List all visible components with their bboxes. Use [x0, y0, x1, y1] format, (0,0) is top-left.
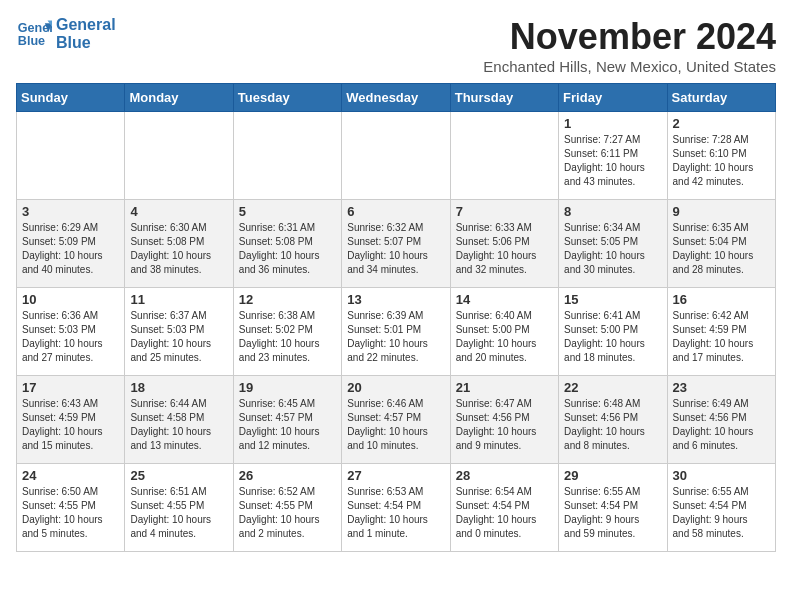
day-number: 25 — [130, 468, 227, 483]
day-cell: 12Sunrise: 6:38 AM Sunset: 5:02 PM Dayli… — [233, 288, 341, 376]
week-row-3: 17Sunrise: 6:43 AM Sunset: 4:59 PM Dayli… — [17, 376, 776, 464]
header-cell-tuesday: Tuesday — [233, 84, 341, 112]
day-cell — [17, 112, 125, 200]
day-cell: 3Sunrise: 6:29 AM Sunset: 5:09 PM Daylig… — [17, 200, 125, 288]
day-cell: 7Sunrise: 6:33 AM Sunset: 5:06 PM Daylig… — [450, 200, 558, 288]
day-cell: 17Sunrise: 6:43 AM Sunset: 4:59 PM Dayli… — [17, 376, 125, 464]
day-number: 1 — [564, 116, 661, 131]
logo-icon: General Blue — [16, 16, 52, 52]
day-info: Sunrise: 6:53 AM Sunset: 4:54 PM Dayligh… — [347, 485, 444, 541]
day-cell: 23Sunrise: 6:49 AM Sunset: 4:56 PM Dayli… — [667, 376, 775, 464]
day-info: Sunrise: 6:42 AM Sunset: 4:59 PM Dayligh… — [673, 309, 770, 365]
day-info: Sunrise: 6:30 AM Sunset: 5:08 PM Dayligh… — [130, 221, 227, 277]
day-cell: 15Sunrise: 6:41 AM Sunset: 5:00 PM Dayli… — [559, 288, 667, 376]
day-info: Sunrise: 6:38 AM Sunset: 5:02 PM Dayligh… — [239, 309, 336, 365]
day-number: 6 — [347, 204, 444, 219]
title-area: November 2024 Enchanted Hills, New Mexic… — [483, 16, 776, 75]
day-info: Sunrise: 6:52 AM Sunset: 4:55 PM Dayligh… — [239, 485, 336, 541]
logo-line2: Blue — [56, 34, 116, 52]
day-cell: 6Sunrise: 6:32 AM Sunset: 5:07 PM Daylig… — [342, 200, 450, 288]
day-number: 13 — [347, 292, 444, 307]
day-info: Sunrise: 6:47 AM Sunset: 4:56 PM Dayligh… — [456, 397, 553, 453]
calendar-body: 1Sunrise: 7:27 AM Sunset: 6:11 PM Daylig… — [17, 112, 776, 552]
day-info: Sunrise: 6:31 AM Sunset: 5:08 PM Dayligh… — [239, 221, 336, 277]
day-info: Sunrise: 6:34 AM Sunset: 5:05 PM Dayligh… — [564, 221, 661, 277]
day-number: 17 — [22, 380, 119, 395]
day-info: Sunrise: 6:35 AM Sunset: 5:04 PM Dayligh… — [673, 221, 770, 277]
day-info: Sunrise: 6:44 AM Sunset: 4:58 PM Dayligh… — [130, 397, 227, 453]
day-cell: 14Sunrise: 6:40 AM Sunset: 5:00 PM Dayli… — [450, 288, 558, 376]
day-number: 3 — [22, 204, 119, 219]
day-info: Sunrise: 6:55 AM Sunset: 4:54 PM Dayligh… — [673, 485, 770, 541]
day-cell — [233, 112, 341, 200]
day-info: Sunrise: 6:32 AM Sunset: 5:07 PM Dayligh… — [347, 221, 444, 277]
day-info: Sunrise: 6:45 AM Sunset: 4:57 PM Dayligh… — [239, 397, 336, 453]
day-cell: 11Sunrise: 6:37 AM Sunset: 5:03 PM Dayli… — [125, 288, 233, 376]
logo-line1: General — [56, 16, 116, 34]
day-info: Sunrise: 6:54 AM Sunset: 4:54 PM Dayligh… — [456, 485, 553, 541]
header-cell-sunday: Sunday — [17, 84, 125, 112]
day-info: Sunrise: 6:33 AM Sunset: 5:06 PM Dayligh… — [456, 221, 553, 277]
day-number: 30 — [673, 468, 770, 483]
day-number: 11 — [130, 292, 227, 307]
day-cell: 25Sunrise: 6:51 AM Sunset: 4:55 PM Dayli… — [125, 464, 233, 552]
day-info: Sunrise: 6:37 AM Sunset: 5:03 PM Dayligh… — [130, 309, 227, 365]
day-info: Sunrise: 7:27 AM Sunset: 6:11 PM Dayligh… — [564, 133, 661, 189]
week-row-2: 10Sunrise: 6:36 AM Sunset: 5:03 PM Dayli… — [17, 288, 776, 376]
day-cell: 19Sunrise: 6:45 AM Sunset: 4:57 PM Dayli… — [233, 376, 341, 464]
day-cell: 9Sunrise: 6:35 AM Sunset: 5:04 PM Daylig… — [667, 200, 775, 288]
day-info: Sunrise: 6:46 AM Sunset: 4:57 PM Dayligh… — [347, 397, 444, 453]
day-info: Sunrise: 6:36 AM Sunset: 5:03 PM Dayligh… — [22, 309, 119, 365]
header-cell-saturday: Saturday — [667, 84, 775, 112]
week-row-0: 1Sunrise: 7:27 AM Sunset: 6:11 PM Daylig… — [17, 112, 776, 200]
day-number: 2 — [673, 116, 770, 131]
day-cell: 20Sunrise: 6:46 AM Sunset: 4:57 PM Dayli… — [342, 376, 450, 464]
month-title: November 2024 — [483, 16, 776, 58]
day-info: Sunrise: 6:51 AM Sunset: 4:55 PM Dayligh… — [130, 485, 227, 541]
week-row-1: 3Sunrise: 6:29 AM Sunset: 5:09 PM Daylig… — [17, 200, 776, 288]
day-cell: 27Sunrise: 6:53 AM Sunset: 4:54 PM Dayli… — [342, 464, 450, 552]
day-cell: 8Sunrise: 6:34 AM Sunset: 5:05 PM Daylig… — [559, 200, 667, 288]
calendar-table: SundayMondayTuesdayWednesdayThursdayFrid… — [16, 83, 776, 552]
day-number: 27 — [347, 468, 444, 483]
day-number: 20 — [347, 380, 444, 395]
day-number: 8 — [564, 204, 661, 219]
day-info: Sunrise: 6:40 AM Sunset: 5:00 PM Dayligh… — [456, 309, 553, 365]
day-cell: 2Sunrise: 7:28 AM Sunset: 6:10 PM Daylig… — [667, 112, 775, 200]
header-cell-thursday: Thursday — [450, 84, 558, 112]
day-info: Sunrise: 6:49 AM Sunset: 4:56 PM Dayligh… — [673, 397, 770, 453]
header-cell-friday: Friday — [559, 84, 667, 112]
day-number: 29 — [564, 468, 661, 483]
day-cell: 28Sunrise: 6:54 AM Sunset: 4:54 PM Dayli… — [450, 464, 558, 552]
day-number: 12 — [239, 292, 336, 307]
day-number: 5 — [239, 204, 336, 219]
day-cell — [125, 112, 233, 200]
day-info: Sunrise: 6:39 AM Sunset: 5:01 PM Dayligh… — [347, 309, 444, 365]
day-number: 16 — [673, 292, 770, 307]
day-number: 10 — [22, 292, 119, 307]
day-cell — [450, 112, 558, 200]
day-cell: 1Sunrise: 7:27 AM Sunset: 6:11 PM Daylig… — [559, 112, 667, 200]
week-row-4: 24Sunrise: 6:50 AM Sunset: 4:55 PM Dayli… — [17, 464, 776, 552]
calendar-header: SundayMondayTuesdayWednesdayThursdayFrid… — [17, 84, 776, 112]
day-cell: 30Sunrise: 6:55 AM Sunset: 4:54 PM Dayli… — [667, 464, 775, 552]
day-info: Sunrise: 6:50 AM Sunset: 4:55 PM Dayligh… — [22, 485, 119, 541]
day-info: Sunrise: 6:43 AM Sunset: 4:59 PM Dayligh… — [22, 397, 119, 453]
day-number: 26 — [239, 468, 336, 483]
day-info: Sunrise: 6:55 AM Sunset: 4:54 PM Dayligh… — [564, 485, 661, 541]
day-cell: 5Sunrise: 6:31 AM Sunset: 5:08 PM Daylig… — [233, 200, 341, 288]
header: General Blue General Blue November 2024 … — [16, 16, 776, 75]
header-cell-monday: Monday — [125, 84, 233, 112]
day-number: 9 — [673, 204, 770, 219]
svg-text:Blue: Blue — [18, 34, 45, 48]
day-info: Sunrise: 6:48 AM Sunset: 4:56 PM Dayligh… — [564, 397, 661, 453]
day-cell: 21Sunrise: 6:47 AM Sunset: 4:56 PM Dayli… — [450, 376, 558, 464]
header-cell-wednesday: Wednesday — [342, 84, 450, 112]
day-number: 15 — [564, 292, 661, 307]
day-number: 19 — [239, 380, 336, 395]
day-cell: 13Sunrise: 6:39 AM Sunset: 5:01 PM Dayli… — [342, 288, 450, 376]
day-number: 4 — [130, 204, 227, 219]
logo: General Blue General Blue — [16, 16, 116, 52]
day-number: 23 — [673, 380, 770, 395]
day-number: 18 — [130, 380, 227, 395]
